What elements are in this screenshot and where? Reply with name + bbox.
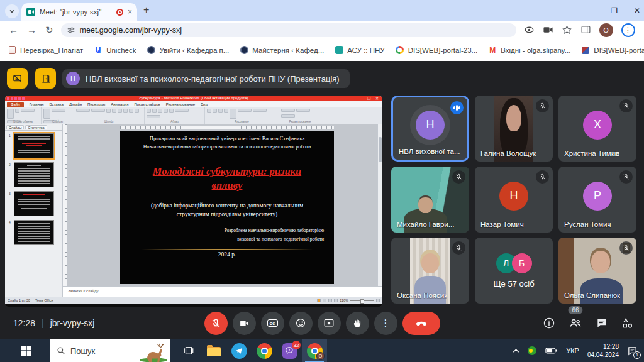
- chrome-button[interactable]: [252, 339, 277, 362]
- task-view-button[interactable]: [176, 339, 201, 362]
- chevron-down-icon: [9, 8, 15, 14]
- activities-button[interactable]: [621, 317, 634, 329]
- slide-canvas[interactable]: Прикарпатський національний університет …: [120, 131, 334, 284]
- forward-button[interactable]: →: [27, 25, 36, 35]
- reactions-button[interactable]: [289, 312, 313, 335]
- tray-date: 04.04.2024: [587, 351, 619, 358]
- reload-button[interactable]: ↻: [45, 25, 53, 36]
- ribbon-tab[interactable]: Главная: [30, 102, 44, 106]
- new-tab-button[interactable]: +: [143, 4, 149, 16]
- participant-tile[interactable]: Ольга Слипанюк: [558, 238, 636, 304]
- participant-tile[interactable]: Оксана Поясик: [391, 238, 469, 304]
- slide-thumbnail[interactable]: 1: [14, 133, 54, 158]
- view-normal-button[interactable]: [317, 299, 321, 302]
- people-button[interactable]: 66: [569, 316, 582, 330]
- end-call-button[interactable]: [402, 312, 440, 335]
- view-sorter-button[interactable]: [323, 299, 326, 302]
- slide-thumbnail[interactable]: 4: [14, 220, 54, 245]
- tray-clock[interactable]: 12:28 04.04.2024: [587, 343, 619, 359]
- bookmark[interactable]: Увійти ‹ Кафедра п...: [147, 46, 229, 55]
- more-participants-tile[interactable]: Л Б Ще 57 осіб: [475, 238, 553, 304]
- videocam-icon: [239, 318, 250, 329]
- mic-muted-button[interactable]: [204, 312, 228, 335]
- view-reading-button[interactable]: [328, 299, 332, 302]
- raise-hand-button[interactable]: [346, 312, 369, 335]
- battery-icon[interactable]: [545, 346, 558, 355]
- slides-panel[interactable]: Слайды Структура 1 2: [5, 124, 63, 297]
- browser-tab[interactable]: Meet: "jbr-vypy-sxj" ×: [21, 3, 137, 21]
- tab-search-button[interactable]: [5, 4, 19, 18]
- tab-close-icon[interactable]: ×: [128, 8, 132, 16]
- ribbon-tab[interactable]: Показ слайдов: [134, 102, 160, 106]
- panel-tab-slides[interactable]: Слайды: [6, 125, 24, 129]
- scrollbar[interactable]: [377, 124, 382, 286]
- participant-count-badge: 66: [568, 306, 582, 314]
- browser-toolbar: ← → ↻ meet.google.com/jbr-vypy-sxj O ⋮: [0, 21, 644, 39]
- participant-tile[interactable]: Михайло Гаври...: [391, 167, 469, 233]
- door-icon: [41, 74, 51, 84]
- start-button[interactable]: [11, 339, 42, 362]
- viber-button[interactable]: 32: [277, 339, 302, 362]
- powerpoint-statusbar: Слайд 1 из 30 Тема Office 116%: [5, 297, 382, 304]
- telegram-icon: [231, 343, 247, 359]
- chat-button[interactable]: [596, 317, 608, 329]
- camera-in-use-icon[interactable]: [543, 25, 553, 35]
- view-slideshow-button[interactable]: [334, 299, 338, 302]
- more-options-button[interactable]: ⋮: [374, 312, 397, 335]
- preview-eye-icon[interactable]: [524, 25, 535, 35]
- tray-expand-icon[interactable]: [513, 348, 519, 353]
- slide-year: 2024 р.: [120, 251, 334, 258]
- participant-tile[interactable]: Галина Волощук: [475, 96, 553, 162]
- bookmark[interactable]: АСУ :: ПНУ: [335, 46, 384, 55]
- bookmark[interactable]: DIS[WEB]-portal-23...: [396, 46, 478, 55]
- present-button[interactable]: [318, 312, 341, 335]
- slide-thumbnail[interactable]: 2: [14, 162, 54, 187]
- bookmark[interactable]: Майстерня ‹ Кафед...: [240, 46, 324, 55]
- panel-tab-outline[interactable]: Структура: [25, 125, 47, 129]
- zoom-slider[interactable]: [350, 300, 374, 301]
- presentation-header[interactable]: Н НВЛ виховної та психолого-педагогічної…: [62, 69, 350, 88]
- telegram-button[interactable]: [226, 339, 252, 362]
- profile-avatar[interactable]: O: [599, 23, 613, 37]
- bookmark-star-icon[interactable]: [562, 25, 572, 35]
- participant-tile[interactable]: Н Назар Томич: [475, 167, 553, 233]
- bookmark[interactable]: MВхідні - olga.slipany...: [488, 46, 570, 55]
- browser-menu-button[interactable]: ⋮: [621, 23, 635, 37]
- ribbon-tab[interactable]: Переходы: [87, 102, 105, 106]
- minimize-button[interactable]: —: [587, 6, 594, 15]
- ribbon-tab[interactable]: Дизайн: [69, 102, 82, 106]
- meeting-details-button[interactable]: [543, 317, 555, 329]
- camera-button[interactable]: [233, 312, 256, 335]
- fit-to-window-button[interactable]: [376, 299, 380, 302]
- ribbon-tab-file[interactable]: Файл: [7, 102, 24, 107]
- bookmark[interactable]: Перевірка_Плагіат: [8, 46, 83, 55]
- ribbon-tab[interactable]: Вставка: [50, 102, 64, 106]
- participant-tile[interactable]: Н НВЛ виховної та...: [391, 96, 469, 162]
- bookmark[interactable]: ԱUnicheck: [94, 46, 136, 55]
- theme-label: Тема Office: [35, 299, 53, 302]
- address-bar[interactable]: meet.google.com/jbr-vypy-sxj: [61, 23, 516, 37]
- captions-button[interactable]: cc: [261, 312, 284, 335]
- maximize-button[interactable]: ❐: [611, 6, 618, 15]
- notes-area[interactable]: Заметки к слайду: [63, 286, 382, 297]
- search-input[interactable]: Пошук: [50, 339, 170, 362]
- extension-button-door[interactable]: [35, 68, 56, 89]
- ribbon-tab[interactable]: Анимация: [111, 102, 128, 106]
- chrome-active-button[interactable]: O: [302, 339, 327, 362]
- language-indicator[interactable]: УКР: [566, 347, 579, 354]
- close-button[interactable]: ✕: [634, 6, 640, 15]
- participant-tile[interactable]: Р Руслан Томич: [558, 167, 636, 233]
- extension-button-grid-off[interactable]: [7, 68, 28, 89]
- slide-thumbnail[interactable]: 3: [14, 191, 54, 216]
- antivirus-tray-icon[interactable]: [528, 346, 536, 355]
- bookmark[interactable]: DIS[WEB]-portal: [581, 46, 644, 55]
- action-center-button[interactable]: 1: [627, 346, 638, 356]
- back-button[interactable]: ←: [9, 25, 18, 35]
- side-panel-icon[interactable]: [580, 25, 591, 35]
- hand-icon: [352, 318, 363, 329]
- ribbon-tab[interactable]: Рецензирование: [166, 102, 195, 106]
- participant-tile[interactable]: Х Христина Тимків: [558, 96, 636, 162]
- shared-screen-presentation[interactable]: субкультура - Microsoft PowerPoint (Сбой…: [5, 96, 382, 307]
- ribbon-tab[interactable]: Вид: [201, 102, 208, 106]
- file-explorer-button[interactable]: [201, 339, 226, 362]
